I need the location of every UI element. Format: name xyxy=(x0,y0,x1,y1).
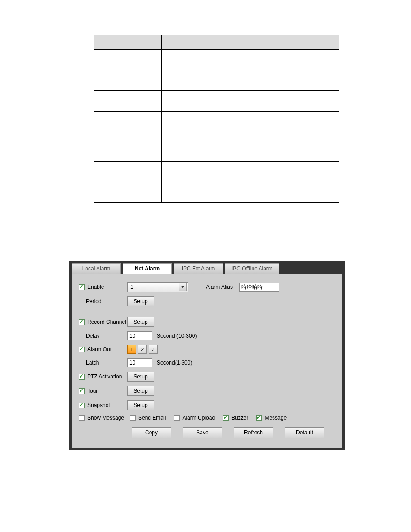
message-label: Message xyxy=(265,415,287,421)
alarm-out-2-button[interactable]: 2 xyxy=(138,345,147,354)
tour-checkbox[interactable] xyxy=(79,388,85,394)
record-channel-checkbox[interactable] xyxy=(79,319,85,325)
panel-body: Enable 1 ▼ Alarm Alias Period Setup Reco… xyxy=(72,274,342,448)
channel-select-value: 1 xyxy=(130,284,133,290)
buzzer-label: Buzzer xyxy=(231,415,248,421)
latch-input[interactable] xyxy=(127,358,152,367)
alarm-out-checkbox[interactable] xyxy=(79,347,85,352)
message-checkbox[interactable] xyxy=(256,415,262,421)
ptz-setup-button[interactable]: Setup xyxy=(127,372,154,382)
show-message-label: Show Message xyxy=(87,415,124,421)
delay-label: Delay xyxy=(86,333,100,339)
snapshot-checkbox[interactable] xyxy=(79,403,85,408)
snapshot-setup-button[interactable]: Setup xyxy=(127,400,154,410)
alarm-upload-checkbox[interactable] xyxy=(174,415,180,421)
alarm-out-1-button[interactable]: 1 xyxy=(127,345,136,354)
enable-checkbox[interactable] xyxy=(79,284,85,290)
send-email-label: Send Email xyxy=(138,415,166,421)
show-message-checkbox[interactable] xyxy=(79,415,85,421)
ptz-checkbox[interactable] xyxy=(79,374,85,380)
period-setup-button[interactable]: Setup xyxy=(127,296,154,306)
record-channel-setup-button[interactable]: Setup xyxy=(127,317,154,327)
tab-ipc-offline-alarm[interactable]: IPC Offline Alarm xyxy=(225,263,279,274)
chevron-down-icon: ▼ xyxy=(179,283,187,291)
record-channel-label: Record Channel xyxy=(87,319,126,325)
alarm-out-3-button[interactable]: 3 xyxy=(149,345,158,354)
tab-local-alarm[interactable]: Local Alarm xyxy=(72,263,121,274)
period-label: Period xyxy=(86,298,102,305)
alarm-alias-input[interactable] xyxy=(239,283,279,292)
send-email-checkbox[interactable] xyxy=(130,415,136,421)
default-button[interactable]: Default xyxy=(285,427,324,438)
alarm-out-label: Alarm Out xyxy=(87,346,111,352)
latch-label: Latch xyxy=(86,360,99,366)
tab-ipc-ext-alarm[interactable]: IPC Ext Alarm xyxy=(174,263,223,274)
alarm-panel: Local Alarm Net Alarm IPC Ext Alarm IPC … xyxy=(69,261,345,450)
snapshot-label: Snapshot xyxy=(87,402,110,408)
delay-unit: Second (10-300) xyxy=(157,333,197,339)
delay-input[interactable] xyxy=(127,331,152,340)
buzzer-checkbox[interactable] xyxy=(223,415,229,421)
refresh-button[interactable]: Refresh xyxy=(234,427,273,438)
alarm-alias-label: Alarm Alias xyxy=(206,284,233,290)
alarm-upload-label: Alarm Upload xyxy=(182,415,215,421)
tour-setup-button[interactable]: Setup xyxy=(127,386,154,396)
enable-label: Enable xyxy=(87,284,104,290)
copy-button[interactable]: Copy xyxy=(132,427,171,438)
tab-net-alarm[interactable]: Net Alarm xyxy=(123,263,172,274)
latch-unit: Second(1-300) xyxy=(157,360,192,366)
save-button[interactable]: Save xyxy=(183,427,222,438)
channel-select[interactable]: 1 ▼ xyxy=(127,282,188,292)
tab-bar: Local Alarm Net Alarm IPC Ext Alarm IPC … xyxy=(72,263,342,274)
ptz-label: PTZ Activation xyxy=(87,373,122,380)
param-table xyxy=(94,35,339,203)
tour-label: Tour xyxy=(87,388,98,394)
